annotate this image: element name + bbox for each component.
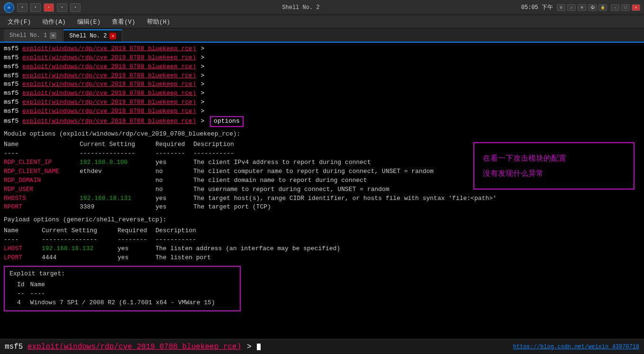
power-icon[interactable]: ⏻ xyxy=(588,4,597,11)
col-desc-header: Description xyxy=(193,140,502,149)
prompt-line-1: msf5 exploit(windows/rdp/cve_2019_0708_b… xyxy=(4,45,640,54)
tab-shell2[interactable]: Shell No. 2 ✕ xyxy=(63,29,122,42)
settings-icon[interactable]: ⚙ xyxy=(578,4,586,11)
titlebar: ◈ ▪ ▪ ▪ ▪ ▪ Shell No. 2 05:05 下午 ⊟ ♪ ⚙ ⏻… xyxy=(0,0,644,15)
prompt-line-6: msf5 exploit(windows/rdp/cve_2019_0708_b… xyxy=(4,89,640,98)
taskbar-btn-3[interactable]: ▪ xyxy=(44,3,54,12)
col-setting-header: Current Setting xyxy=(80,140,155,149)
taskbar-btn-1[interactable]: ▪ xyxy=(17,3,27,12)
table-row: LHOST 192.168.18.132 yes The listen addr… xyxy=(4,245,346,254)
tab-shell1-close[interactable]: ✕ xyxy=(50,32,56,39)
col-name-header: Name xyxy=(4,140,80,149)
table-row: RDP_DOMAIN no The client domain name to … xyxy=(4,176,502,185)
network-icon[interactable]: ⊟ xyxy=(557,4,565,11)
prompt-line-5: msf5 exploit(windows/rdp/cve_2019_0708_b… xyxy=(4,80,640,89)
annotation-line1: 在看一下攻击模块的配置 xyxy=(483,151,625,166)
tabbar: Shell No. 1 ✕ Shell No. 2 ✕ xyxy=(0,28,644,43)
annotation-line2: 没有发现什么异常 xyxy=(483,166,625,181)
prompt-line-options: msf5 exploit(windows/rdp/cve_2019_0708_b… xyxy=(4,116,640,127)
exploit-target-col-header-row: Id Name xyxy=(9,281,221,290)
prompt-line-4: msf5 exploit(windows/rdp/cve_2019_0708_b… xyxy=(4,72,640,81)
module-options-header: Module options (exploit/windows/rdp/cve_… xyxy=(4,130,640,139)
bottom-prompt: msf5 exploit(windows/rdp/cve_2019_0708_b… xyxy=(5,343,513,351)
minimize-button[interactable]: — xyxy=(611,4,619,11)
prompt-line-3: msf5 exploit(windows/rdp/cve_2019_0708_b… xyxy=(4,63,640,72)
audio-icon[interactable]: ♪ xyxy=(567,4,576,11)
terminal-cursor xyxy=(257,344,261,350)
prompt-line-7: msf5 exploit(windows/rdp/cve_2019_0708_b… xyxy=(4,98,640,107)
options-command: options xyxy=(210,116,244,127)
col-required-header: Required xyxy=(155,140,193,149)
payload-options-header: Payload options (generic/shell_reverse_t… xyxy=(4,216,640,225)
taskbar-btn-2[interactable]: ▪ xyxy=(30,3,41,12)
menu-edit[interactable]: 编辑(E) xyxy=(75,17,102,27)
menu-file[interactable]: 文件(F) xyxy=(6,17,33,27)
csdn-url[interactable]: https://blog.csdn.net/weixin_43970718 xyxy=(513,344,639,350)
menu-help[interactable]: 帮助(H) xyxy=(145,17,172,27)
tab-shell2-label: Shell No. 2 xyxy=(69,33,107,39)
payload-table: Name Current Setting Required Descriptio… xyxy=(4,227,346,262)
table-row: RPORT 3389 yes The target port (TCP) xyxy=(4,203,502,212)
menu-action[interactable]: 动作(A) xyxy=(40,17,67,27)
maximize-button[interactable]: □ xyxy=(621,4,630,11)
payload-options-table: Name Current Setting Required Descriptio… xyxy=(4,227,640,262)
menubar: 文件(F) 动作(A) 编辑(E) 查看(V) 帮助(H) xyxy=(0,15,644,28)
payload-options-section: Payload options (generic/shell_reverse_t… xyxy=(4,216,640,262)
taskbar-btn-4[interactable]: ▪ xyxy=(57,3,67,12)
titlebar-right: 05:05 下午 ⊟ ♪ ⚙ ⏻ 🔒 — □ ✕ xyxy=(521,3,640,11)
menu-view[interactable]: 查看(V) xyxy=(110,17,137,27)
terminal[interactable]: msf5 exploit(windows/rdp/cve_2019_0708_b… xyxy=(0,43,644,354)
tab-shell1-label: Shell No. 1 xyxy=(9,32,47,39)
window-buttons: — □ ✕ xyxy=(611,4,640,11)
prompt-line-8: msf5 exploit(windows/rdp/cve_2019_0708_b… xyxy=(4,107,640,116)
close-button[interactable]: ✕ xyxy=(632,4,640,11)
tab-shell1[interactable]: Shell No. 1 ✕ xyxy=(4,29,62,42)
table-row: RDP_CLIENT_IP 192.168.0.100 yes The clie… xyxy=(4,158,502,167)
clock: 05:05 下午 xyxy=(521,3,553,11)
titlebar-left: ◈ ▪ ▪ ▪ ▪ ▪ xyxy=(4,2,81,13)
win-controls: ⊟ ♪ ⚙ ⏻ 🔒 xyxy=(557,4,607,11)
module-sep-row: ---- --------------- -------- ----------… xyxy=(4,149,502,158)
exploit-target-sep-row: -- ---- xyxy=(9,290,221,299)
table-row: RHOSTS 192.168.18.131 yes The target hos… xyxy=(4,194,502,203)
exploit-target-header: Exploit target: xyxy=(9,270,235,279)
exploit-target-section: Exploit target: Id Name -- ---- 4 Window… xyxy=(4,266,241,311)
payload-sep-row: ---- --------------- -------- ----------… xyxy=(4,236,346,245)
module-col-header-row: Name Current Setting Required Descriptio… xyxy=(4,140,502,149)
window-title: Shell No. 2 xyxy=(81,4,521,11)
payload-col-header-row: Name Current Setting Required Descriptio… xyxy=(4,227,346,236)
table-row: RDP_USER no The username to report durin… xyxy=(4,185,502,194)
table-row: 4 Windows 7 SP1 / 2008 R2 (6.1.7601 x64 … xyxy=(9,299,221,308)
module-table: Name Current Setting Required Descriptio… xyxy=(4,140,502,212)
bottombar: msf5 exploit(windows/rdp/cve_2019_0708_b… xyxy=(0,339,644,354)
prompt-line-2: msf5 exploit(windows/rdp/cve_2019_0708_b… xyxy=(4,54,640,63)
table-row: RDP_CLIENT_NAME ethdev no The client com… xyxy=(4,167,502,176)
app-icon: ◈ xyxy=(4,2,14,13)
taskbar-btn-5[interactable]: ▪ xyxy=(70,3,81,12)
annotation-box: 在看一下攻击模块的配置 没有发现什么异常 xyxy=(473,142,635,190)
tab-shell2-close[interactable]: ✕ xyxy=(109,33,116,39)
exploit-target-table: Id Name -- ---- 4 Windows 7 SP1 / 2008 R… xyxy=(9,281,221,308)
table-row: LPORT 4444 yes The listen port xyxy=(4,254,346,263)
lock-icon[interactable]: 🔒 xyxy=(599,4,607,11)
